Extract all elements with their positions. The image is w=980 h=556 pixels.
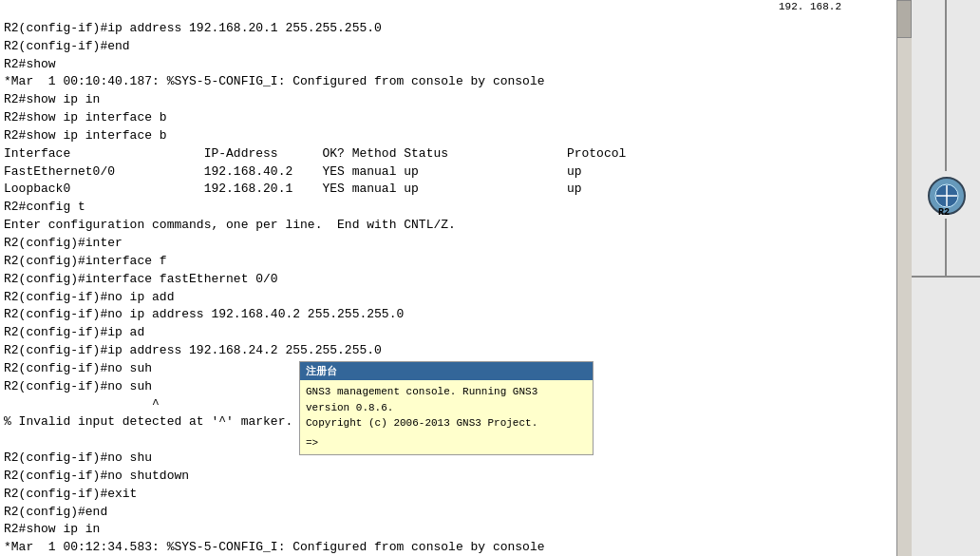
terminal-line-12: Enter configuration commands, one per li… [4,218,456,232]
terminal-line-21: R2(config-if)#no suh [4,379,152,393]
terminal-line-27: R2(config-if)#exit [4,487,137,501]
popup-title: 注册台 [300,362,593,380]
terminal-line-4: *Mar 1 00:10:40.187: %SYS-5-CONFIG_I: Co… [4,74,545,88]
scrollbar-thumb[interactable] [896,0,912,38]
terminal-line-26: R2(config-if)#no shutdown [4,469,189,483]
popup-box: 注册台 GNS3 management console. Running GNS… [299,361,594,455]
diagram-line-bottom [945,219,947,276]
terminal-line-11: R2#config t [4,200,85,214]
terminal-line-29: R2#show ip in [4,522,100,536]
diagram-line-vertical [945,0,947,171]
terminal-line-30: *Mar 1 00:12:34.583: %SYS-5-CONFIG_I: Co… [4,540,545,554]
popup-body: GNS3 management console. Running GNS3 ve… [300,380,593,454]
terminal-line-1: R2(config-if)#ip address 192.168.20.1 25… [4,21,382,35]
terminal-line-20: R2(config-if)#no suh [4,361,152,375]
diagram-pane: R2 Lo0:192.168 [912,0,980,556]
terminal-line-18: R2(config-if)#ip ad [4,325,144,339]
terminal-line-3: R2#show [4,57,56,71]
terminal-line-19: R2(config-if)#ip address 192.168.24.2 25… [4,343,382,357]
ip-top-right-label: 192. 168.2 [777,0,843,13]
terminal-line-22: ^ [4,397,160,412]
terminal-line-5: R2#show ip in [4,92,100,106]
router-r2-label: R2 [938,207,950,218]
terminal-pane[interactable]: R2(config-if)#ip address 192.168.20.1 25… [0,0,912,556]
terminal-line-25: R2(config-if)#no shu [4,451,152,465]
terminal-line-15: R2(config)#interface fastEthernet 0/0 [4,272,278,286]
terminal-line-14: R2(config)#interface f [4,254,167,268]
terminal-line-13: R2(config)#inter [4,236,122,250]
terminal-line-16: R2(config-if)#no ip add [4,290,174,304]
popup-line1: GNS3 management console. Running GNS3 ve… [306,384,587,415]
terminal-line-23: % Invalid input detected at '^' marker. [4,414,292,429]
terminal-line-17: R2(config-if)#no ip address 192.168.40.2… [4,307,404,321]
terminal-line-10: Loopback0 192.168.20.1 YES manual up up [4,182,582,196]
diagram-line-horizontal [912,276,980,278]
popup-line2: Copyright (c) 2006-2013 GNS3 Project. [306,415,587,431]
terminal-line-6: R2#show ip interface b [4,110,167,125]
terminal-line-9: FastEthernet0/0 192.168.40.2 YES manual … [4,164,582,179]
terminal-line-28: R2(config)#end [4,505,107,519]
terminal-line-8: Interface IP-Address OK? Method Status P… [4,146,626,161]
terminal-line-7: R2#show ip interface b [4,128,167,143]
popup-prompt: => [306,435,587,451]
marker-text: marker. [241,414,293,429]
terminal-scrollbar[interactable] [896,0,912,556]
terminal-content: R2(config-if)#ip address 192.168.20.1 25… [0,0,912,556]
terminal-line-2: R2(config-if)#end [4,39,130,53]
